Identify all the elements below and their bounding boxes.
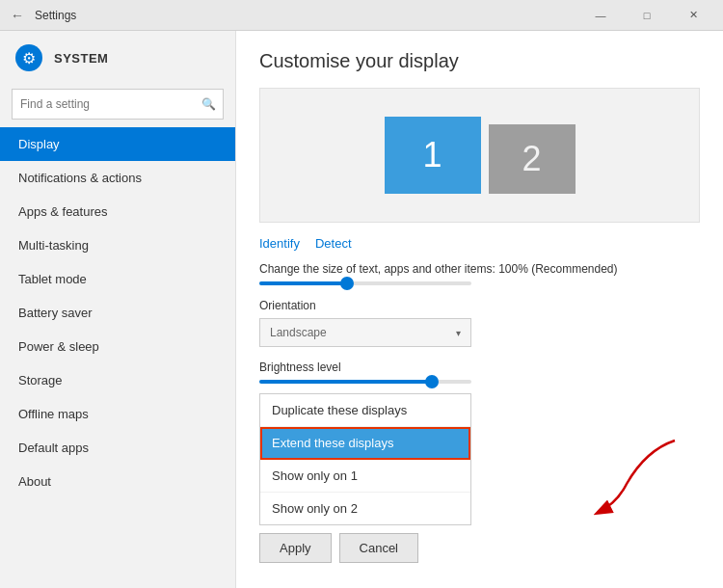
display-option-3[interactable]: Show only on 2: [260, 493, 470, 524]
titlebar-title: Settings: [35, 9, 76, 22]
display-preview: 1 2: [259, 88, 700, 223]
page-title: Customise your display: [259, 50, 700, 72]
sidebar-item-battery-saver[interactable]: Battery saver: [0, 296, 235, 330]
scale-label: Change the size of text, apps and other …: [259, 262, 700, 276]
minimize-button[interactable]: —: [578, 0, 623, 31]
annotation-arrow: [578, 431, 694, 530]
scale-slider[interactable]: [259, 281, 471, 285]
titlebar-left: ← Settings: [8, 6, 76, 25]
orientation-label: Orientation: [259, 299, 700, 312]
sidebar-item-about[interactable]: About: [0, 465, 235, 498]
sidebar-app-title: SYSTEM: [54, 51, 108, 66]
identify-link[interactable]: Identify: [259, 236, 300, 251]
orientation-dropdown[interactable]: Landscape ▾: [259, 318, 471, 347]
sidebar-item-notifications--actions[interactable]: Notifications & actions: [0, 161, 235, 195]
sidebar-item-default-apps[interactable]: Default apps: [0, 431, 235, 465]
sidebar: ⚙ SYSTEM 🔍 DisplayNotifications & action…: [0, 31, 236, 588]
sidebar-header: ⚙ SYSTEM: [0, 31, 235, 85]
sidebar-item-power--sleep[interactable]: Power & sleep: [0, 330, 235, 363]
maximize-button[interactable]: □: [625, 0, 669, 31]
monitor-2[interactable]: 2: [489, 124, 576, 194]
search-icon: 🔍: [201, 97, 216, 111]
link-row: Identify Detect: [259, 236, 700, 251]
sidebar-search-container: 🔍: [12, 89, 224, 120]
content-area: Customise your display 1 2 Identify Dete…: [236, 31, 723, 588]
monitor-1[interactable]: 1: [385, 117, 481, 194]
sidebar-item-apps--features[interactable]: Apps & features: [0, 195, 235, 228]
display-option-1[interactable]: Extend these displays: [260, 427, 470, 460]
close-button[interactable]: ✕: [671, 0, 715, 31]
display-options-dropdown: Duplicate these displaysExtend these dis…: [259, 393, 471, 525]
sidebar-item-offline-maps[interactable]: Offline maps: [0, 397, 235, 431]
display-option-0[interactable]: Duplicate these displays: [260, 394, 470, 427]
button-row: Apply Cancel: [259, 533, 700, 563]
sidebar-item-display[interactable]: Display: [0, 127, 235, 161]
sidebar-item-multi-tasking[interactable]: Multi-tasking: [0, 228, 235, 262]
titlebar-controls: — □ ✕: [578, 0, 715, 31]
gear-icon: ⚙: [15, 44, 42, 71]
search-input[interactable]: [12, 89, 224, 120]
detect-link[interactable]: Detect: [315, 236, 352, 251]
brightness-slider[interactable]: [259, 380, 471, 384]
orientation-value: Landscape: [270, 326, 327, 339]
cancel-button[interactable]: Cancel: [339, 533, 418, 563]
app-container: ⚙ SYSTEM 🔍 DisplayNotifications & action…: [0, 31, 723, 588]
titlebar: ← Settings — □ ✕: [0, 0, 723, 31]
apply-button[interactable]: Apply: [259, 533, 332, 563]
sidebar-item-storage[interactable]: Storage: [0, 363, 235, 397]
display-option-2[interactable]: Show only on 1: [260, 460, 470, 493]
sidebar-nav: DisplayNotifications & actionsApps & fea…: [0, 127, 235, 588]
dropdown-arrow-icon: ▾: [456, 328, 461, 338]
brightness-label: Brightness level: [259, 361, 700, 374]
sidebar-item-tablet-mode[interactable]: Tablet mode: [0, 262, 235, 296]
back-button[interactable]: ←: [8, 6, 27, 25]
